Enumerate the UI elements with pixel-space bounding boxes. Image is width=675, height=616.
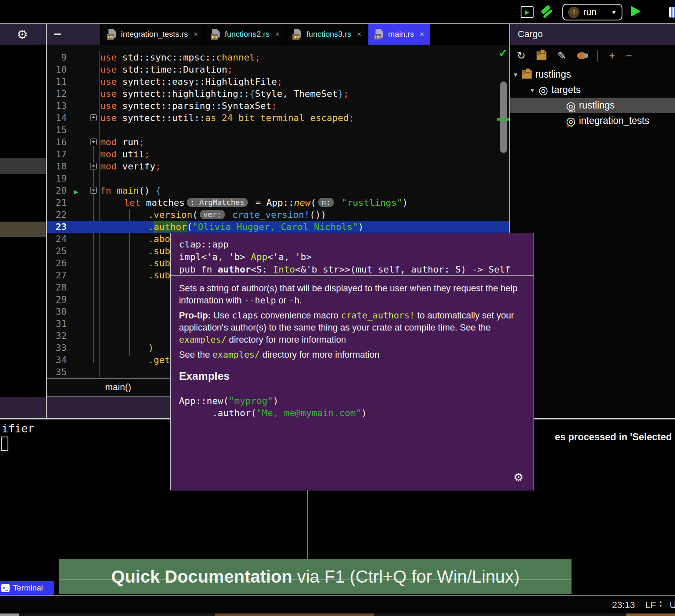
build-hammer-icon[interactable]	[540, 4, 556, 20]
code-text: use syntect::highlighting::{Style, Theme…	[100, 88, 349, 100]
code-line[interactable]: 15	[47, 124, 509, 136]
tree-item-rustlings[interactable]: ▼rustlings	[510, 67, 675, 82]
code-token: Style, ThemeSet	[255, 88, 338, 99]
code-token: )	[402, 197, 408, 208]
line-number[interactable]: 35	[47, 366, 67, 378]
line-number[interactable]: 9	[47, 51, 67, 63]
breadcrumb-item[interactable]: main()	[105, 382, 131, 393]
run-button[interactable]	[631, 6, 641, 17]
code-text: .sub	[148, 257, 170, 269]
line-number[interactable]: 14	[47, 112, 67, 124]
tab-functions3.rs[interactable]: RSfunctions3.rs×	[287, 24, 367, 45]
fold-marker-icon[interactable]	[90, 187, 97, 194]
signature-line: impl<'a, 'b> App<'a, 'b>	[179, 251, 534, 263]
code-line[interactable]: 23.author("Olivia Hugger, Carol Nichols"…	[47, 221, 509, 233]
line-number[interactable]: 10	[47, 63, 67, 76]
line-number[interactable]: 23	[47, 221, 67, 233]
gear-icon[interactable]: ⚙	[17, 27, 28, 42]
code-line[interactable]: 14use syntect::util::as_24_bit_terminal_…	[47, 112, 509, 124]
code-token: syntect::highlighting::	[122, 88, 249, 99]
doc-run: Pro-tip:	[179, 311, 211, 321]
line-number[interactable]: 28	[47, 281, 67, 293]
rust-file-icon: RS	[374, 29, 384, 40]
tree-item-label: targets	[552, 84, 581, 96]
remove-icon[interactable]: −	[626, 50, 632, 62]
doc-run: directory for more information	[260, 350, 380, 360]
tree-item-integration_tests[interactable]: ◎◄►integration_tests	[510, 113, 675, 129]
close-icon[interactable]: ×	[357, 30, 361, 39]
line-number[interactable]: 34	[47, 354, 67, 366]
run-gutter-icon[interactable]: ▶	[74, 186, 78, 198]
tab-terminal[interactable]: >_ Terminal	[0, 581, 54, 595]
line-number[interactable]: 15	[47, 124, 67, 136]
line-number[interactable]: 30	[47, 305, 67, 318]
code-line[interactable]: 9use std::sync::mpsc::channel;	[47, 51, 509, 63]
popup-gear-icon[interactable]: ⚙	[514, 471, 524, 484]
tab-main.rs[interactable]: RSmain.rs×	[368, 24, 430, 45]
line-number[interactable]: 19	[47, 172, 67, 184]
fold-marker-icon[interactable]	[90, 163, 97, 169]
line-number[interactable]: 25	[47, 245, 67, 257]
line-number[interactable]: 22	[47, 209, 67, 221]
tree-item-rustlings[interactable]: ◎101rustlings	[510, 98, 675, 113]
close-icon[interactable]: ×	[275, 30, 280, 39]
bug-icon[interactable]	[577, 52, 587, 59]
fold-marker-icon[interactable]	[90, 139, 97, 145]
code-line[interactable]: 11use syntect::easy::HighlightFile;	[47, 76, 509, 88]
line-number[interactable]: 12	[47, 88, 67, 100]
code-line[interactable]: 10use std::time::Duration;	[47, 63, 509, 76]
code-line[interactable]: 13use syntect::parsing::SyntaxSet;	[47, 100, 509, 112]
line-number[interactable]: 31	[47, 318, 67, 330]
run-configuration-select[interactable]: ® run ▼	[562, 4, 622, 20]
window-separator-left[interactable]	[46, 24, 47, 419]
caret-stripe-marker[interactable]	[497, 118, 509, 121]
line-number[interactable]: 21	[47, 197, 67, 209]
statusbar-divider	[0, 595, 675, 596]
line-number[interactable]: 27	[47, 269, 67, 281]
signature-token: <'a, 'b>	[267, 252, 312, 262]
code-line[interactable]: 17mod util;	[47, 148, 509, 160]
line-number[interactable]: 18	[47, 160, 67, 172]
clipped-toolbar-icon[interactable]	[669, 7, 675, 18]
cargo-crate-icon[interactable]	[536, 51, 547, 60]
close-icon[interactable]: ×	[420, 30, 424, 39]
line-separator-widget[interactable]: LF	[645, 600, 656, 611]
encoding-widget[interactable]: U	[670, 600, 675, 611]
line-number[interactable]: 20	[47, 184, 67, 197]
run-in-panel-icon[interactable]: ▶	[521, 6, 534, 18]
code-line[interactable]: 22.version(ver: crate_version!())	[47, 209, 509, 221]
line-number[interactable]: 32	[47, 330, 67, 342]
code-line[interactable]: 19	[47, 172, 509, 184]
vertical-splitter[interactable]	[307, 490, 308, 559]
code-line[interactable]: 18mod verify;	[47, 160, 509, 172]
code-text: )	[148, 342, 154, 354]
line-number[interactable]: 16	[47, 136, 67, 148]
line-number[interactable]: 13	[47, 100, 67, 112]
add-icon[interactable]: +	[609, 50, 615, 62]
expand-arrow-icon[interactable]: ▼	[529, 87, 539, 93]
tab-functions2.rs[interactable]: RSfunctions2.rs×	[205, 24, 286, 45]
editor-scrollbar[interactable]	[500, 81, 507, 153]
close-icon[interactable]: ×	[194, 30, 198, 39]
doc-run: or	[276, 295, 289, 305]
expand-arrow-icon[interactable]: ▼	[513, 71, 522, 78]
line-number[interactable]: 26	[47, 257, 67, 269]
line-number[interactable]: 17	[47, 148, 67, 160]
code-line[interactable]: 20▶fn main() {	[47, 184, 509, 197]
tab-integration_tests.rs[interactable]: RSintegration_tests.rs×	[101, 24, 204, 45]
line-number[interactable]: 24	[47, 233, 67, 245]
code-line[interactable]: 21let matches: ArgMatches = App::new(n: …	[47, 197, 509, 209]
fold-marker-icon[interactable]	[90, 114, 97, 121]
caret-position-widget[interactable]: 23:13	[612, 600, 635, 611]
edit-pencil-icon[interactable]: ✎	[557, 50, 566, 62]
inspections-ok-icon[interactable]: ✓	[499, 47, 508, 60]
terminal-cursor	[1, 437, 8, 451]
code-line[interactable]: 16mod run;	[47, 136, 509, 148]
line-number[interactable]: 33	[47, 342, 67, 354]
tree-item-targets[interactable]: ▼◎targets	[510, 82, 675, 98]
refresh-icon[interactable]: ↻	[517, 50, 526, 62]
code-line[interactable]: 12use syntect::highlighting::{Style, The…	[47, 88, 509, 100]
line-number[interactable]: 29	[47, 293, 67, 305]
line-number[interactable]: 11	[47, 76, 67, 88]
minimize-icon[interactable]: −	[54, 31, 62, 38]
